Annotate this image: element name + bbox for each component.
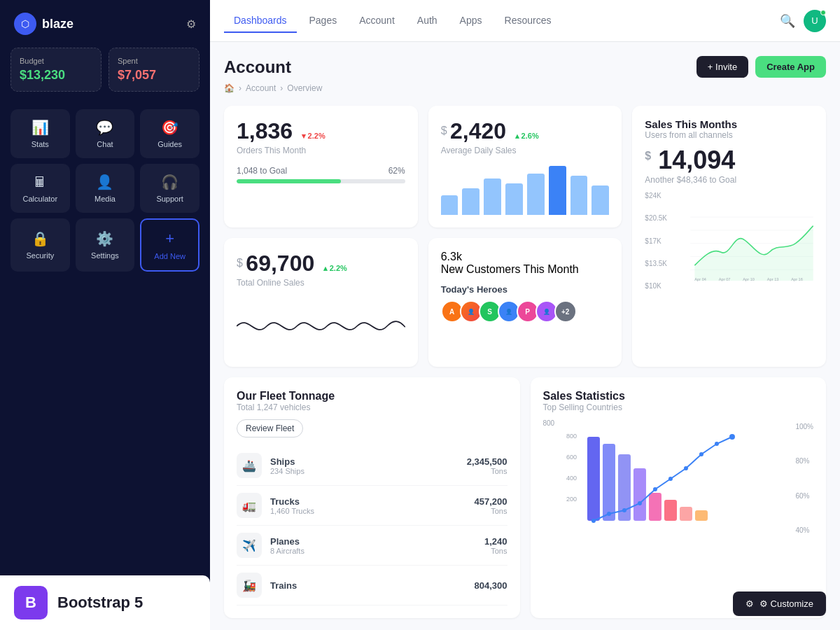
line-chart: $24K $20.5K $17K $13.5K $10K <box>645 192 813 304</box>
search-button[interactable]: 🔍 <box>780 13 795 29</box>
add-icon: + <box>165 230 174 248</box>
fleet-title: Our Fleet Tonnage <box>237 390 507 402</box>
planes-unit: Tons <box>484 547 507 555</box>
sales-sub: Another $48,346 to Goal <box>645 175 813 185</box>
top-nav: Dashboards Pages Account Auth Apps Resou… <box>210 0 840 42</box>
budget-value: $13,230 <box>20 68 92 83</box>
sidebar-item-support[interactable]: 🎧 Support <box>140 164 200 213</box>
bar-stats-container: 800 800 600 400 200 <box>543 419 785 538</box>
customize-label: ⚙ Customize <box>760 598 813 609</box>
sales-month-card: Sales This Months Users from all channel… <box>632 106 826 367</box>
planes-amount: 1,240 <box>484 536 507 547</box>
sidebar-item-add-new[interactable]: + Add New <box>140 218 200 272</box>
sidebar-item-media[interactable]: 👤 Media <box>76 164 135 213</box>
header-actions: + Invite Create App <box>696 56 826 78</box>
nav-grid: 📊 Stats 💬 Chat 🎯 Guides 🖩 Calculator 👤 M… <box>0 102 210 279</box>
bar-4 <box>505 183 523 216</box>
review-fleet-button[interactable]: Review Fleet <box>237 419 303 438</box>
new-customers-card: 6.3k New Customers This Month Today's He… <box>428 238 622 367</box>
breadcrumb-account[interactable]: Account <box>246 83 276 93</box>
sidebar-settings-icon[interactable]: ⚙ <box>186 18 196 31</box>
plane-icon: ✈️ <box>237 533 262 558</box>
security-label: Security <box>26 251 54 260</box>
sidebar-item-calculator[interactable]: 🖩 Calculator <box>10 164 70 213</box>
sidebar-item-settings[interactable]: ⚙️ Settings <box>76 218 135 272</box>
content-area: Account + Invite Create App 🏠 › Account … <box>210 42 840 630</box>
tab-dashboards[interactable]: Dashboards <box>224 9 297 33</box>
bar-7 <box>570 176 588 215</box>
wave-svg <box>237 298 405 354</box>
sidebar-item-guides[interactable]: 🎯 Guides <box>140 109 200 158</box>
wave-chart <box>237 298 405 354</box>
add-new-label: Add New <box>154 252 186 260</box>
tab-account[interactable]: Account <box>349 9 405 33</box>
nav-tabs: Dashboards Pages Account Auth Apps Resou… <box>224 9 561 33</box>
bar-1 <box>441 195 458 215</box>
user-avatar[interactable]: U <box>804 10 826 32</box>
progress-section: 1,048 to Goal 62% <box>237 166 405 183</box>
sales-month-subtitle: Users from all channels <box>645 130 813 140</box>
svg-rect-18 <box>648 493 661 521</box>
progress-bar <box>237 179 405 183</box>
main-content: Dashboards Pages Account Auth Apps Resou… <box>210 0 840 630</box>
orders-card: 1,836 ▾ 2.2% Orders This Month 1,048 to … <box>224 106 418 227</box>
progress-labels: 1,048 to Goal 62% <box>237 166 405 176</box>
fleet-item-planes: ✈️ Planes 8 Aircrafts 1,240 Tons <box>237 526 507 566</box>
create-app-button[interactable]: Create App <box>755 56 826 78</box>
budget-label: Budget <box>20 57 92 65</box>
daily-sales-number: 2,420 <box>450 118 506 144</box>
heroes-title: Today's Heroes <box>441 284 610 295</box>
bootstrap-letter: B <box>25 594 36 612</box>
fleet-trucks-value: 457,200 Tons <box>475 496 507 515</box>
svg-point-27 <box>668 477 672 481</box>
tab-resources[interactable]: Resources <box>495 9 561 33</box>
online-sales-label: Total Online Sales <box>237 278 405 288</box>
ships-count: 234 Ships <box>270 467 467 475</box>
tab-pages[interactable]: Pages <box>300 9 347 33</box>
svg-text:200: 200 <box>566 496 576 503</box>
tab-auth[interactable]: Auth <box>407 9 447 33</box>
logo: ⬡ blaze <box>14 13 74 35</box>
home-icon[interactable]: 🏠 <box>224 83 234 93</box>
invite-button[interactable]: + Invite <box>696 56 748 78</box>
svg-rect-14 <box>587 437 599 521</box>
svg-point-23 <box>606 512 610 516</box>
heroes-section: Today's Heroes A 👤 S 👤 P 👤 <box>441 284 610 323</box>
budget-card: Budget $13,230 <box>10 48 102 92</box>
svg-point-22 <box>591 519 595 523</box>
page-header: Account + Invite Create App <box>224 56 826 78</box>
avatar-initial: U <box>811 15 818 26</box>
progress-pct: 62% <box>388 166 405 176</box>
chat-label: Chat <box>97 140 113 148</box>
settings-icon: ⚙️ <box>96 230 113 247</box>
spent-card: Spent $7,057 <box>108 48 200 92</box>
pct-labels: 100% 80% 60% 40% <box>795 419 813 538</box>
svg-rect-19 <box>664 500 676 521</box>
sidebar-item-chat[interactable]: 💬 Chat <box>76 109 135 158</box>
bar-5 <box>527 174 545 216</box>
sales-amount: $ 14,094 <box>645 146 813 175</box>
nav-actions: 🔍 U <box>780 10 826 32</box>
svg-point-28 <box>683 466 687 470</box>
svg-text:Apr 10: Apr 10 <box>743 277 755 281</box>
customize-icon: ⚙ <box>746 598 754 609</box>
planes-count: 8 Aircrafts <box>270 547 484 555</box>
sidebar-header: ⬡ blaze ⚙ <box>0 0 210 48</box>
online-sales-number: 69,700 <box>246 251 314 276</box>
svg-text:600: 600 <box>566 454 576 461</box>
svg-rect-15 <box>602 444 615 521</box>
online-sales-card: $ 69,700 ▴ 2.2% Total Online Sales <box>224 238 418 367</box>
orders-header: 1,836 ▾ 2.2% <box>237 118 405 144</box>
fleet-subtitle: Total 1,247 vehicles <box>237 402 507 412</box>
sidebar-item-stats[interactable]: 📊 Stats <box>10 109 70 158</box>
bar-chart <box>441 166 610 215</box>
customize-button[interactable]: ⚙ ⚙ Customize <box>733 592 826 616</box>
fleet-item-trucks: 🚛 Trucks 1,460 Trucks 457,200 Tons <box>237 486 507 526</box>
spent-label: Spent <box>118 57 190 65</box>
bar-2 <box>462 188 479 216</box>
sidebar-item-security[interactable]: 🔒 Security <box>10 218 70 272</box>
tab-apps[interactable]: Apps <box>450 9 492 33</box>
progress-fill <box>237 179 341 183</box>
dollar-prefix: $ <box>441 125 447 136</box>
trucks-count: 1,460 Trucks <box>270 507 475 515</box>
